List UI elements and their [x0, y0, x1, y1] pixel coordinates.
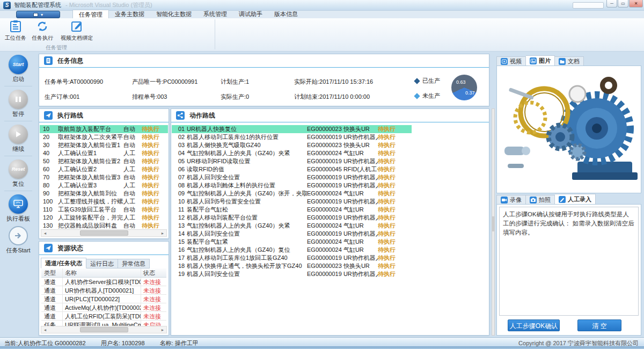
sidebar-button-2[interactable]: 暂停	[0, 86, 36, 118]
action-route-row[interactable]: 12机器人移动到装配平台位置EG00000019 UR协作机器人A待执行	[172, 214, 488, 222]
resource-row[interactable]: 通道UR协作机器人[TD000021]未连接	[41, 286, 166, 295]
action-route-row[interactable]: 02机器人移动到工装库位1的执行位置EG00000019 UR协作机器人A待执行	[172, 133, 488, 141]
action-route-row[interactable]: 08机器人移动到舱体上料的执行位置EG00000019 UR协作机器人A待执行	[172, 181, 488, 190]
row-status: 待执行	[378, 206, 415, 214]
row-type: 通道	[41, 286, 63, 294]
resource-row[interactable]: 通道人机工位RFID(工装防呆)[TD000024]未连接	[41, 312, 166, 321]
sidebar-button-3[interactable]: 继续	[0, 121, 36, 153]
row-status: 待执行	[378, 254, 415, 262]
action-route-row[interactable]: 17机器人移动到工装库位1放回工装GZ40EG00000019 UR协作机器人A…	[172, 254, 488, 262]
resource-tab-1[interactable]: 通道/任务状态	[41, 258, 86, 268]
resource-tab-2[interactable]: 运行日志	[86, 259, 118, 268]
execution-route-row[interactable]: 70把框架体放入航筒位置3自动待执行	[40, 173, 168, 181]
action-route-row[interactable]: 10机器人回到5号位置安全位置EG00000019 UR协作机器人A待执行	[172, 198, 488, 206]
manual-entry-textarea[interactable]: 人工步骤OK确认按键用于对执行路线类型是人工的步骤进行完成确认： 如需录入数据则…	[499, 207, 639, 316]
action-route-row[interactable]: 19机器人回到安全位置EG00000019 UR协作机器人A待执行	[172, 270, 488, 278]
scroll-left-icon[interactable]: ◄	[42, 328, 48, 332]
row-number: 10	[172, 198, 187, 206]
column-header[interactable]: 类型	[41, 268, 63, 277]
row-name: 机器人移动到工装库位1放回工装GZ40	[187, 254, 307, 262]
action-route-row[interactable]: 13气缸控制机器人上的夹具（GZ40）夹紧EG00000024 气缸UR待执行	[172, 222, 488, 230]
resource-tab-3[interactable]: 异常信息	[118, 259, 150, 268]
row-device: EG00000024 气缸UR	[307, 222, 378, 230]
scroll-thumb[interactable]	[80, 327, 128, 332]
action-route-row[interactable]: 01UR机器人快换复位EG00000023 快换头UR待执行	[172, 125, 488, 133]
action-route-row[interactable]: 03机器人侧快换充气吸取GZ40EG00000023 快换头UR待执行	[172, 141, 488, 149]
clear-button[interactable]: 清 空	[577, 319, 621, 331]
route-icon	[44, 111, 53, 120]
ribbon-tab-3[interactable]: 智能化主数据	[150, 10, 197, 18]
capture-tab-3[interactable]: 人工录入	[555, 194, 596, 205]
control-sidebar: Start启动暂停继续Reset复位执行看板任务Start	[0, 52, 36, 337]
ribbon-tab-6[interactable]: 版本信息	[268, 10, 304, 18]
scroll-right-icon[interactable]: ►	[159, 231, 166, 235]
row-device: EG00000019 UR协作机器人A	[307, 270, 378, 278]
scroll-right-icon[interactable]: ►	[159, 328, 166, 332]
execution-route-row[interactable]: 10取航筒放入装配平台自动待执行	[40, 125, 168, 133]
sidebar-button-6[interactable]: 任务Start	[0, 223, 36, 255]
manual-step-ok-button[interactable]: 人工步骤OK确认	[508, 319, 560, 331]
execution-route-row[interactable]: 100人工整理线并接线，拧螺丝人工待执行	[40, 198, 168, 206]
media-tab-3[interactable]: 文档	[555, 56, 584, 66]
minimize-button[interactable]: ─	[606, 0, 617, 8]
row-name: UR(PLC)[TD000022]	[63, 295, 141, 303]
action-route-row[interactable]: 14机器人回到安全位置EG00000019 UR协作机器人A待执行	[172, 230, 488, 238]
ribbon-tool-1[interactable]: 工位任务	[3, 19, 28, 44]
media-tab-1[interactable]: 视频	[496, 56, 526, 66]
ribbon-tab-1[interactable]: 任务管理	[72, 10, 109, 18]
execution-route-row[interactable]: 50把框架体放入航筒位置2自动待执行	[40, 157, 168, 165]
execution-route-row[interactable]: 120人工旋转装配平台，并完...人工待执行	[40, 214, 168, 222]
resource-hscrollbar[interactable]: ◄ ►	[41, 326, 167, 333]
ribbon-tool-3[interactable]: 视频文档绑定	[57, 19, 97, 44]
ribbon-group-label: 任务管理	[30, 44, 83, 52]
execution-route-row[interactable]: 60人工确认位置2人工待执行	[40, 165, 168, 173]
product-no-field: 产品唯一号:PC00000991	[132, 78, 197, 86]
execution-route-row[interactable]: 110工装G39放回工装平台自动待执行	[40, 206, 168, 214]
sidebar-button-4[interactable]: Reset复位	[0, 156, 36, 188]
pause-icon	[9, 90, 28, 109]
execution-route-row[interactable]: 80人工确认位置3人工待执行	[40, 181, 168, 190]
media-tab-2[interactable]: 图片	[526, 55, 555, 66]
ribbon-tab-4[interactable]: 系统管理	[197, 10, 233, 18]
row-device: EG00000023 快换头UR	[307, 125, 378, 133]
execution-route-row[interactable]: 130把仪器舱成品放回料盘自动待执行	[40, 222, 168, 230]
scroll-thumb[interactable]	[80, 230, 128, 236]
execution-route-row[interactable]: 90把框架体放入航筒到位自动待执行	[40, 190, 168, 198]
action-route-row[interactable]: 09气缸控制机器人上的夹具（GZ40）张开，夹取舱体EG00000024 气缸U…	[172, 190, 488, 198]
panel-splitter[interactable]	[492, 108, 495, 336]
action-route-row[interactable]: 11装配平台气缸松EG00000024 气缸UR待执行	[172, 206, 488, 214]
ribbon-tool-2[interactable]: 任务执行	[30, 19, 55, 44]
action-route-row[interactable]: 16气缸控制机器人上的夹具（GZ40）复位EG00000024 气缸UR待执行	[172, 246, 488, 254]
action-route-row[interactable]: 05UR移动到RFID读取位置EG00000019 UR协作机器人A待执行	[172, 157, 488, 165]
app-menu-button[interactable]: ▾	[16, 11, 60, 18]
execution-route-row[interactable]: 20取框架体放入二次夹紧平台自动待执行	[40, 133, 168, 141]
splitter-handle[interactable]	[492, 216, 494, 231]
execution-route-row[interactable]: 40人工确认位置1人工待执行	[40, 149, 168, 157]
titlebar-search-box[interactable]	[573, 2, 604, 9]
capture-tab-1[interactable]: 录像	[496, 195, 526, 205]
scroll-left-icon[interactable]: ◄	[42, 231, 48, 235]
action-route-row[interactable]: 15装配平台气缸紧EG00000024 气缸UR待执行	[172, 238, 488, 246]
row-status: 待执行	[378, 173, 415, 181]
ribbon-tab-2[interactable]: 业务主数据	[109, 10, 150, 18]
column-header[interactable]: 名称	[63, 268, 141, 277]
ribbon-tab-5[interactable]: 调试助手	[233, 10, 268, 18]
maximize-button[interactable]: ▭	[618, 0, 628, 8]
close-button[interactable]: ✕	[629, 0, 643, 8]
sidebar-button-1[interactable]: Start启动	[0, 52, 36, 83]
column-header[interactable]: 状态	[141, 268, 165, 277]
execution-hscrollbar[interactable]: ◄ ►	[41, 229, 167, 237]
action-route-row[interactable]: 18机器人快换停止通气，快换头松开放下GZ40EG00000023 快换头UR待…	[172, 262, 488, 270]
action-route-row[interactable]: 06读取RFID的值EG00000045 RFID(人机工位工装防呆)待执行	[172, 165, 488, 173]
resource-row[interactable]: 通道UR(PLC)[TD000022]未连接	[41, 295, 166, 303]
action-route-row[interactable]: 04气缸控制机器人上的夹具（GZ40）夹紧EG00000024 气缸UR待执行	[172, 149, 488, 157]
plan-end-field: 计划结束:2017/11/10 0:00:00	[294, 93, 370, 101]
row-number: 09	[172, 190, 187, 198]
action-route-row[interactable]: 07机器人回到安全位置EG00000019 UR协作机器人A待执行	[172, 173, 488, 181]
sidebar-button-5[interactable]: 执行看板	[0, 191, 36, 223]
execution-route-row[interactable]: 30把框架体放入航筒位置1自动待执行	[40, 141, 168, 149]
row-status: 未连接	[141, 312, 165, 320]
resource-row[interactable]: 通道ActiveMq(人机协作)[TD000023]未连接	[41, 303, 166, 312]
capture-tab-2[interactable]: 拍照	[526, 195, 555, 205]
resource-row[interactable]: 通道人机协作Server接口模块[TD000010]未连接	[41, 278, 166, 286]
